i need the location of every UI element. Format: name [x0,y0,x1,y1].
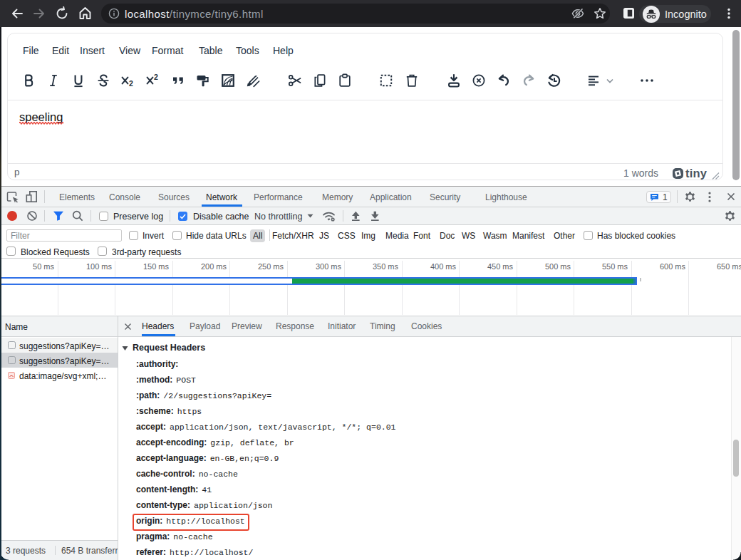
svg-text:2: 2 [154,73,158,81]
svg-text:2: 2 [129,79,133,88]
